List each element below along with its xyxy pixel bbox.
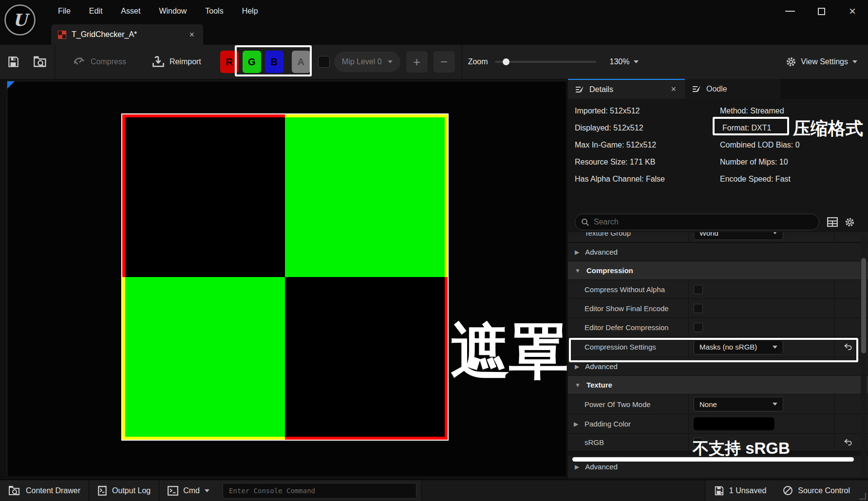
cmd-label: Cmd <box>183 486 200 495</box>
tab-details[interactable]: Details × <box>568 79 685 99</box>
details-scrollbar-thumb[interactable] <box>861 258 866 353</box>
texture-header-label: Texture <box>586 381 612 389</box>
power-of-two-mode-value: None <box>699 400 717 408</box>
mip-level-checkbox[interactable] <box>318 56 330 68</box>
content-drawer-button[interactable]: Content Drawer <box>0 480 89 501</box>
srgb-label: sRGB <box>585 438 604 446</box>
asset-tab-title: T_GridChecker_A* <box>72 30 182 39</box>
menu-tools[interactable]: Tools <box>196 7 232 16</box>
reimport-button[interactable]: Reimport <box>145 45 208 79</box>
collapse-arrow-icon[interactable]: ▼ <box>575 382 581 389</box>
expand-arrow-icon[interactable]: ▶ <box>575 464 579 470</box>
collapse-arrow-icon[interactable]: ▼ <box>575 267 581 274</box>
settings-gear-icon[interactable] <box>845 217 855 227</box>
details-tab-close-icon[interactable]: × <box>669 84 678 94</box>
advanced-category-row-clipped[interactable]: ▶ Advanced <box>568 456 868 478</box>
window-controls: × <box>774 0 868 22</box>
output-log-button[interactable]: Output Log <box>89 480 159 501</box>
compression-settings-dropdown[interactable]: Masks (no sRGB) <box>694 340 783 354</box>
maximize-button[interactable] <box>806 0 837 22</box>
toolbar-separator <box>462 45 462 79</box>
mip-minus-button[interactable]: − <box>434 51 455 73</box>
compress-icon <box>73 56 86 68</box>
tab-oodle[interactable]: Oodle <box>685 79 780 99</box>
details-search-box[interactable] <box>575 214 819 230</box>
expand-arrow-icon[interactable]: ▶ <box>575 363 579 370</box>
mip-plus-button[interactable]: + <box>406 51 428 73</box>
editor-show-final-encode-label: Editor Show Final Encode <box>585 304 669 313</box>
source-control-button[interactable]: Source Control <box>774 480 858 501</box>
minimize-button[interactable] <box>774 0 806 22</box>
expand-arrow-icon[interactable]: ▶ <box>574 421 578 427</box>
power-of-two-mode-dropdown[interactable]: None <box>694 397 783 411</box>
channel-toggle-group: R G B <box>216 47 288 77</box>
texture-quadrant-black-br <box>285 277 448 440</box>
asset-tab-close-icon[interactable]: × <box>187 30 196 40</box>
texture-group-row-clipped: Texture Group World <box>568 232 868 243</box>
content-drawer-icon <box>8 485 21 496</box>
save-icon <box>7 56 19 68</box>
reimport-label: Reimport <box>170 57 201 66</box>
menu-file[interactable]: File <box>49 7 80 16</box>
compress-button[interactable]: Compress <box>66 45 133 79</box>
blue-channel-button[interactable]: B <box>265 51 283 73</box>
green-channel-button[interactable]: G <box>243 51 261 73</box>
editor-defer-compression-checkbox[interactable] <box>694 323 703 332</box>
close-icon: × <box>849 5 856 17</box>
display-filter-grid-icon[interactable] <box>827 217 838 227</box>
compress-label: Compress <box>91 57 126 66</box>
close-button[interactable]: × <box>837 0 868 22</box>
browse-to-asset-button[interactable] <box>26 45 55 79</box>
texture-viewport[interactable] <box>7 81 566 476</box>
advanced-category-row[interactable]: ▶ Advanced <box>568 357 868 376</box>
toolbar-separator <box>55 45 55 79</box>
texture-group-dropdown[interactable]: World <box>694 232 783 240</box>
info-resource-size: Resource Size: 171 KB <box>575 153 720 170</box>
advanced-label: Advanced <box>585 362 618 371</box>
cmd-dropdown-button[interactable]: Cmd <box>159 480 218 501</box>
unsaved-assets-button[interactable]: * 1 Unsaved <box>705 480 775 501</box>
minimize-icon <box>785 11 795 12</box>
statusbar-spacer <box>421 480 705 501</box>
chevron-down-icon <box>852 60 857 63</box>
chevron-down-icon <box>388 60 393 63</box>
status-bar: Content Drawer Output Log Cmd * 1 Unsave… <box>0 480 868 501</box>
zoom-slider[interactable] <box>495 61 596 63</box>
asset-tab[interactable]: T_GridChecker_A* × <box>51 24 203 45</box>
srgb-row: sRGB <box>568 434 868 451</box>
texture-section-header[interactable]: ▼ Texture <box>568 376 868 394</box>
padding-color-swatch[interactable] <box>694 417 774 430</box>
save-button[interactable] <box>0 45 26 79</box>
compression-section-header[interactable]: ▼ Compression <box>568 261 868 280</box>
menu-edit[interactable]: Edit <box>80 7 112 16</box>
compress-without-alpha-checkbox[interactable] <box>694 285 703 294</box>
advanced-category-row[interactable]: ▶ Advanced <box>568 243 868 261</box>
details-scrollbar[interactable] <box>861 234 867 477</box>
red-channel-button[interactable]: R <box>220 51 239 73</box>
mip-level-dropdown[interactable]: Mip Level 0 <box>334 52 400 72</box>
zoom-slider-thumb[interactable] <box>503 58 509 65</box>
info-displayed: Displayed: 512x512 <box>575 119 720 136</box>
reset-to-default-button[interactable] <box>840 343 856 351</box>
chevron-down-icon <box>773 346 777 349</box>
texture-quadrant-black-tl <box>122 114 285 277</box>
alpha-channel-button[interactable]: A <box>292 51 310 73</box>
maximize-icon <box>818 8 825 15</box>
chevron-down-icon <box>205 489 209 492</box>
view-settings-button[interactable]: View Settings <box>786 45 857 79</box>
menu-asset[interactable]: Asset <box>112 7 150 16</box>
srgb-checkbox[interactable] <box>694 438 703 447</box>
chevron-down-icon[interactable] <box>634 60 639 63</box>
editor-show-final-encode-checkbox[interactable] <box>694 304 703 313</box>
console-command-input[interactable] <box>223 483 416 499</box>
chevron-down-icon <box>773 403 777 406</box>
menu-window[interactable]: Window <box>150 7 196 16</box>
reset-to-default-button[interactable] <box>840 438 856 446</box>
source-control-label: Source Control <box>798 486 850 495</box>
search-input[interactable] <box>594 218 813 226</box>
menu-help[interactable]: Help <box>233 7 267 16</box>
expand-arrow-icon[interactable]: ▶ <box>575 249 579 256</box>
compression-settings-label: Compression Settings <box>585 343 656 351</box>
resize-grip[interactable] <box>859 493 866 500</box>
details-tab-strip: Details × Oodle <box>568 79 868 99</box>
